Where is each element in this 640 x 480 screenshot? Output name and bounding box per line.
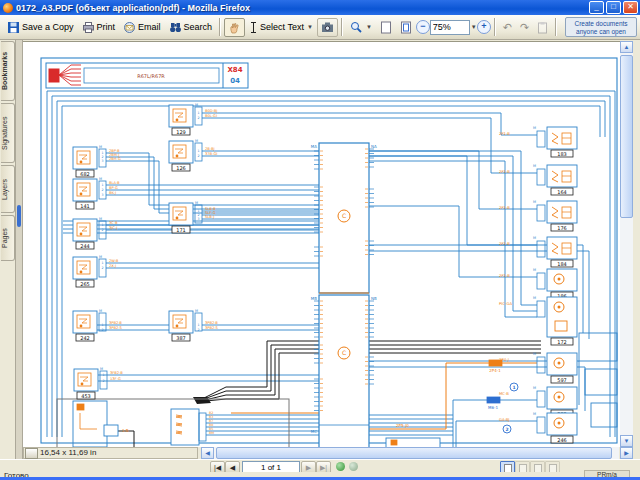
pdf-page[interactable]: R67L/R67RX84042P4-1M6-12P5-J01-BB2B3B7B0… xyxy=(23,41,620,448)
wire-label: 2X-J xyxy=(109,264,116,268)
pin-tag: M xyxy=(195,309,198,313)
wire-note: 2P5-J0 xyxy=(396,423,409,428)
pin-number: 2 xyxy=(101,188,103,192)
tab-bookmarks[interactable]: Bookmarks xyxy=(1,41,15,101)
redo-button[interactable]: ↷ xyxy=(516,18,533,37)
window-title: 0172_A3.PDF (объект application/pdf) - M… xyxy=(16,3,589,13)
wire-label: 2F1-B xyxy=(499,273,510,278)
actual-size-button[interactable] xyxy=(376,18,396,37)
header-model-label: X84 xyxy=(227,66,242,74)
wiring-diagram: R67L/R67RX84042P4-1M6-12P5-J01-BB2B3B7B0… xyxy=(23,42,620,448)
pin-tag: M xyxy=(533,268,536,272)
wire-label: 2F1-B xyxy=(499,205,510,210)
pin-tag: M xyxy=(195,139,198,143)
wire-label: PIC-GA xyxy=(499,301,513,306)
tab-layers[interactable]: Layers xyxy=(1,165,15,213)
save-a-copy-button[interactable]: Save a Copy xyxy=(3,18,78,37)
wire-label: 2F1-B xyxy=(499,241,510,246)
minimize-button[interactable]: _ xyxy=(589,1,604,14)
component-box xyxy=(547,353,577,375)
camera-icon xyxy=(321,21,334,34)
select-text-button[interactable]: Select Text ▼ xyxy=(245,18,317,37)
pin-number: 2 xyxy=(197,328,199,332)
next-view-circle-button[interactable] xyxy=(349,462,358,471)
horizontal-scroll-thumb[interactable] xyxy=(216,447,612,459)
zoom-level-dropdown[interactable]: ▼ xyxy=(471,24,477,30)
wire-label: 3FB2-B xyxy=(110,371,123,375)
tab-pages[interactable]: Pages xyxy=(1,215,15,261)
zoom-in-button[interactable]: + xyxy=(477,20,491,34)
close-button[interactable]: ✕ xyxy=(623,1,638,14)
select-text-label: Select Text xyxy=(260,22,304,32)
header-connector-icon xyxy=(49,69,59,82)
wire-label: BLA-B xyxy=(109,181,120,185)
title-bar: 0172_A3.PDF (объект application/pdf) - M… xyxy=(0,0,640,15)
pin-tag: MA xyxy=(311,144,317,149)
component-box xyxy=(547,387,577,409)
pin-tag: M xyxy=(533,412,536,416)
component-label: 682 xyxy=(80,171,90,177)
pin-number: 2 xyxy=(101,328,103,332)
clipboard-button[interactable] xyxy=(533,18,552,37)
scroll-left-button[interactable]: ◀ xyxy=(201,447,214,459)
dconnector xyxy=(104,425,118,436)
ibeam-icon xyxy=(249,21,258,34)
component-box xyxy=(73,179,97,201)
vertical-scroll-thumb[interactable] xyxy=(620,55,633,218)
print-button[interactable]: Print xyxy=(78,18,120,37)
toolbar-separator xyxy=(494,18,496,36)
scroll-down-button[interactable]: ▼ xyxy=(620,435,633,447)
printer-icon xyxy=(82,21,95,34)
wire-label: 2F1-B xyxy=(499,131,510,136)
circled-ref-label: 1 xyxy=(512,385,515,390)
component-label: 183 xyxy=(557,151,567,157)
pin-tag: MB xyxy=(311,296,317,301)
pane-splitter[interactable] xyxy=(16,40,23,459)
component-icon-dot xyxy=(80,233,83,236)
component-label: 597 xyxy=(557,377,567,383)
component-box xyxy=(74,369,98,391)
horizontal-scroll-track[interactable] xyxy=(214,447,619,459)
wire-label: 37B-GI xyxy=(205,152,217,156)
clipboard-icon xyxy=(537,21,548,34)
email-button[interactable]: Email xyxy=(119,18,165,37)
select-text-dropdown[interactable]: ▼ xyxy=(307,24,313,30)
wire xyxy=(176,415,182,418)
zoom-tool-button[interactable]: ▼ xyxy=(346,18,376,37)
component-icon-dot xyxy=(80,161,83,164)
fit-page-button[interactable] xyxy=(396,18,416,37)
pin-tag: M xyxy=(195,103,198,107)
zoom-level-input[interactable] xyxy=(430,20,470,35)
scroll-up-button[interactable]: ▲ xyxy=(620,41,633,53)
wire-label: 3PB2-S xyxy=(109,326,123,330)
tab-signatures[interactable]: Signatures xyxy=(1,103,15,163)
undo-button[interactable]: ↶ xyxy=(499,18,516,37)
hand-tool-button[interactable] xyxy=(224,18,245,37)
maximize-button[interactable]: □ xyxy=(606,1,621,14)
pin-tag: M xyxy=(99,309,102,313)
page-size-options-button[interactable] xyxy=(25,448,38,459)
pin-number: 1 xyxy=(197,111,199,115)
previous-view-circle-button[interactable] xyxy=(336,462,345,471)
zoom-tool-dropdown[interactable]: ▼ xyxy=(366,24,372,30)
page-icon xyxy=(380,21,392,34)
component-box xyxy=(73,147,97,169)
pin-number: 1 xyxy=(197,149,199,153)
create-documents-ad-button[interactable]: Create documents anyone can open xyxy=(565,17,637,37)
component-box xyxy=(547,269,577,291)
wire-label: 3PB2-B xyxy=(109,321,122,325)
navigation-tabstrip: Bookmarks Signatures Layers Pages xyxy=(0,40,16,459)
component-label: 246 xyxy=(557,437,567,443)
zoom-out-button[interactable]: − xyxy=(416,20,430,34)
snapshot-tool-button[interactable] xyxy=(317,18,338,37)
component-box xyxy=(73,219,97,241)
component-box xyxy=(547,413,577,435)
hand-icon xyxy=(228,21,241,34)
search-button[interactable]: Search xyxy=(165,18,217,37)
scroll-right-button[interactable]: ▶ xyxy=(620,447,633,459)
vertical-scrollbar[interactable]: ▲ ▼ xyxy=(620,41,633,447)
pane-splitter-grip[interactable] xyxy=(17,205,21,227)
central-unit-label: C xyxy=(342,212,346,219)
ad-line1: Create documents xyxy=(566,20,636,28)
envelope-icon xyxy=(123,21,136,34)
